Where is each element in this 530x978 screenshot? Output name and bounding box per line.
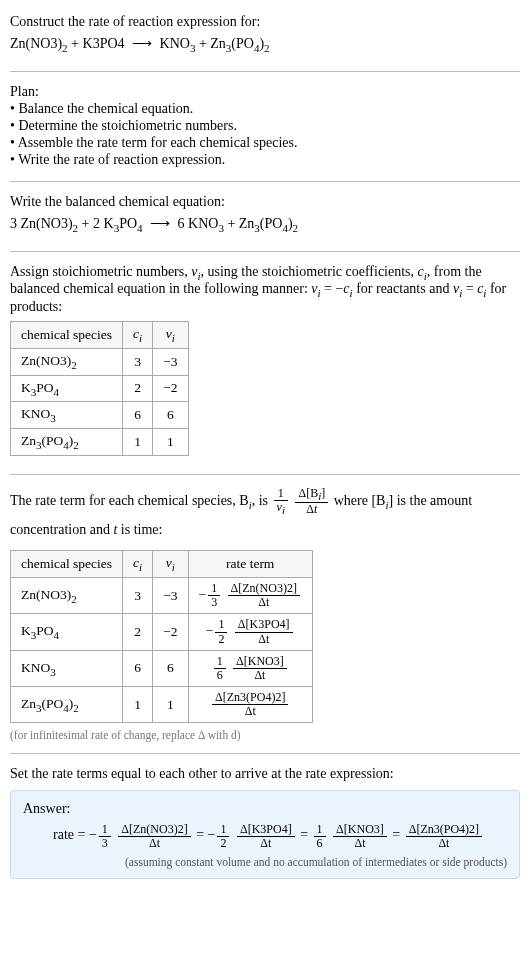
plan-step: • Determine the stoichiometric numbers. bbox=[10, 118, 520, 134]
ci-cell: 1 bbox=[123, 428, 153, 455]
intro-section: Construct the rate of reaction expressio… bbox=[10, 8, 520, 65]
col-nui: νi bbox=[153, 322, 188, 349]
species-cell: KNO3 bbox=[11, 402, 123, 429]
table-row: K3PO4 2 −2 −12 Δ[K3PO4]Δt bbox=[11, 614, 313, 650]
table-header-row: chemical species ci νi rate term bbox=[11, 551, 313, 578]
col-rate-term: rate term bbox=[188, 551, 312, 578]
stoich-section: Assign stoichiometric numbers, νi, using… bbox=[10, 258, 520, 468]
answer-caption: (assuming constant volume and no accumul… bbox=[23, 856, 507, 868]
product-2: Zn3(PO4)2 bbox=[210, 36, 269, 51]
nui-cell: 1 bbox=[153, 428, 188, 455]
reaction-arrow-icon: ⟶ bbox=[132, 30, 152, 58]
nui-cell: −2 bbox=[153, 375, 188, 402]
stoich-table: chemical species ci νi Zn(NO3)2 3 −3 K3P… bbox=[10, 321, 189, 455]
nui-cell: 6 bbox=[153, 402, 188, 429]
divider bbox=[10, 474, 520, 475]
plan-section: Plan: • Balance the chemical equation. •… bbox=[10, 78, 520, 175]
species-cell: K3PO4 bbox=[11, 614, 123, 650]
product-1: KNO3 bbox=[160, 36, 196, 51]
col-ci: ci bbox=[123, 551, 153, 578]
ci-cell: 2 bbox=[123, 614, 153, 650]
species-cell: Zn3(PO4)2 bbox=[11, 428, 123, 455]
table-row: Zn3(PO4)2 1 1 bbox=[11, 428, 189, 455]
table-row: K3PO4 2 −2 bbox=[11, 375, 189, 402]
unbalanced-equation: Zn(NO3)2 + K3PO4 ⟶ KNO3 + Zn3(PO4)2 bbox=[10, 30, 520, 59]
table-row: Zn(NO3)2 3 −3 −13 Δ[Zn(NO3)2]Δt bbox=[11, 577, 313, 613]
rate-term-section: The rate term for each chemical species,… bbox=[10, 481, 520, 748]
fraction: Δ[Bi]Δt bbox=[295, 487, 328, 517]
intro-prompt: Construct the rate of reaction expressio… bbox=[10, 14, 520, 30]
species-cell: K3PO4 bbox=[11, 375, 123, 402]
ci-cell: 6 bbox=[123, 402, 153, 429]
table-header-row: chemical species ci νi bbox=[11, 322, 189, 349]
rate-cell: −12 Δ[K3PO4]Δt bbox=[188, 614, 312, 650]
answer-box: Answer: rate = −13 Δ[Zn(NO3)2]Δt = −12 Δ… bbox=[10, 790, 520, 878]
nui-cell: 1 bbox=[153, 687, 188, 723]
nui-cell: −3 bbox=[153, 348, 188, 375]
nui-cell: 6 bbox=[153, 650, 188, 686]
plan-step: • Balance the chemical equation. bbox=[10, 101, 520, 117]
rate-cell: 16 Δ[KNO3]Δt bbox=[188, 650, 312, 686]
species-cell: Zn(NO3)2 bbox=[11, 348, 123, 375]
ci-cell: 2 bbox=[123, 375, 153, 402]
balanced-title: Write the balanced chemical equation: bbox=[10, 194, 520, 210]
rate-cell: −13 Δ[Zn(NO3)2]Δt bbox=[188, 577, 312, 613]
col-species: chemical species bbox=[11, 551, 123, 578]
ci-cell: 1 bbox=[123, 687, 153, 723]
divider bbox=[10, 181, 520, 182]
species-cell: Zn(NO3)2 bbox=[11, 577, 123, 613]
nui-cell: −3 bbox=[153, 577, 188, 613]
rate-cell: Δ[Zn3(PO4)2]Δt bbox=[188, 687, 312, 723]
fraction: 1νi bbox=[274, 487, 288, 517]
answer-label: Answer: bbox=[23, 801, 507, 817]
species-cell: KNO3 bbox=[11, 650, 123, 686]
reactant-1: Zn(NO3)2 bbox=[10, 36, 68, 51]
table-row: Zn3(PO4)2 1 1 Δ[Zn3(PO4)2]Δt bbox=[11, 687, 313, 723]
rate-expression: rate = −13 Δ[Zn(NO3)2]Δt = −12 Δ[K3PO4]Δ… bbox=[53, 821, 507, 849]
reactant-2: K3PO4 bbox=[83, 36, 125, 51]
col-ci: ci bbox=[123, 322, 153, 349]
reaction-arrow-icon: ⟶ bbox=[150, 210, 170, 238]
divider bbox=[10, 753, 520, 754]
col-nui: νi bbox=[153, 551, 188, 578]
infinitesimal-note: (for infinitesimal rate of change, repla… bbox=[10, 729, 520, 741]
divider bbox=[10, 71, 520, 72]
rate-term-intro: The rate term for each chemical species,… bbox=[10, 487, 520, 545]
ci-cell: 3 bbox=[123, 577, 153, 613]
final-title: Set the rate terms equal to each other t… bbox=[10, 766, 520, 782]
plan-step: • Assemble the rate term for each chemic… bbox=[10, 135, 520, 151]
divider bbox=[10, 251, 520, 252]
balanced-equation: 3 Zn(NO3)2 + 2 K3PO4 ⟶ 6 KNO3 + Zn3(PO4)… bbox=[10, 210, 520, 239]
table-row: KNO3 6 6 16 Δ[KNO3]Δt bbox=[11, 650, 313, 686]
nui-cell: −2 bbox=[153, 614, 188, 650]
plan-title: Plan: bbox=[10, 84, 520, 100]
ci-cell: 6 bbox=[123, 650, 153, 686]
species-cell: Zn3(PO4)2 bbox=[11, 687, 123, 723]
final-section: Set the rate terms equal to each other t… bbox=[10, 760, 520, 884]
table-row: Zn(NO3)2 3 −3 bbox=[11, 348, 189, 375]
stoich-intro: Assign stoichiometric numbers, νi, using… bbox=[10, 264, 520, 316]
ci-cell: 3 bbox=[123, 348, 153, 375]
rate-term-table: chemical species ci νi rate term Zn(NO3)… bbox=[10, 550, 313, 723]
table-row: KNO3 6 6 bbox=[11, 402, 189, 429]
plan-step: • Write the rate of reaction expression. bbox=[10, 152, 520, 168]
balanced-section: Write the balanced chemical equation: 3 … bbox=[10, 188, 520, 245]
col-species: chemical species bbox=[11, 322, 123, 349]
